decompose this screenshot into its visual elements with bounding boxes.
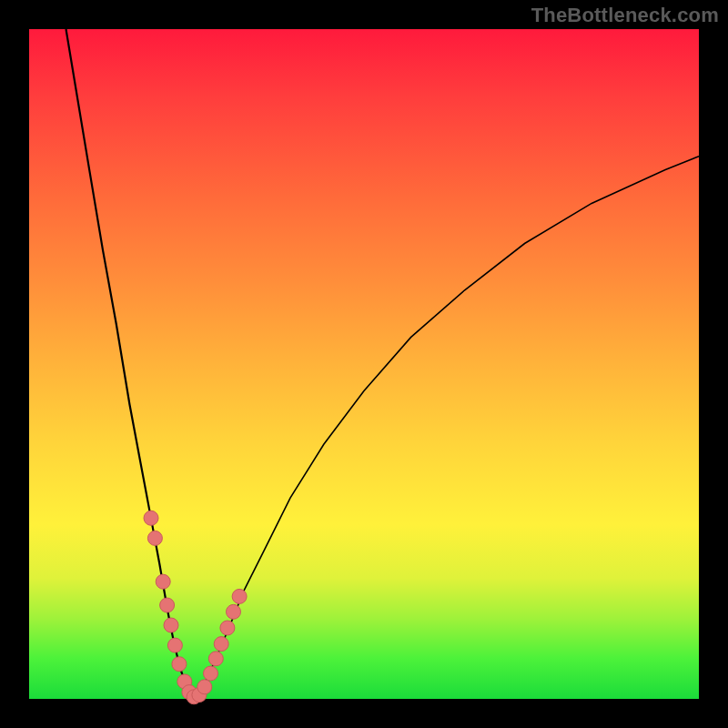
highlight-dots-group [144, 511, 247, 704]
highlight-dot [214, 637, 228, 652]
chart-svg [29, 29, 699, 699]
highlight-dot [197, 680, 212, 694]
highlight-dot [160, 598, 175, 612]
highlight-dot [227, 604, 241, 619]
highlight-dot [232, 589, 247, 603]
highlight-dot [167, 638, 182, 652]
plot-area [29, 29, 699, 699]
highlight-dot [156, 574, 170, 589]
curve-right-branch [194, 157, 699, 698]
highlight-dot [172, 657, 187, 672]
highlight-dot [220, 621, 235, 635]
highlight-dot [204, 666, 218, 681]
curve-left-branch [66, 29, 195, 698]
outer-frame: TheBottleneck.com [0, 0, 728, 728]
highlight-dot [208, 652, 223, 666]
highlight-dot [144, 511, 158, 525]
watermark-text: TheBottleneck.com [531, 4, 719, 27]
highlight-dot [147, 531, 162, 545]
highlight-dot [164, 618, 178, 632]
